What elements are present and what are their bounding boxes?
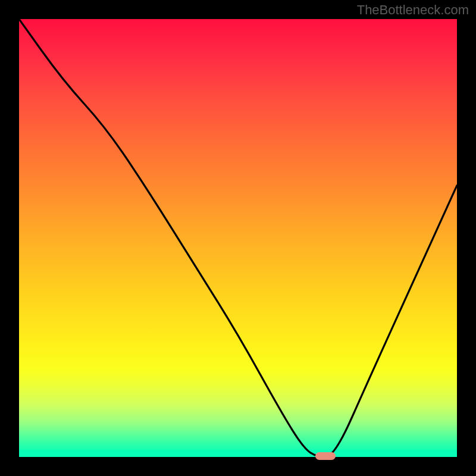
chart-optimal-marker: [315, 452, 336, 460]
watermark-text: TheBottleneck.com: [357, 2, 469, 18]
chart-line: [19, 19, 457, 457]
chart-plot-area: [19, 19, 457, 457]
chart-line-path: [19, 19, 457, 457]
